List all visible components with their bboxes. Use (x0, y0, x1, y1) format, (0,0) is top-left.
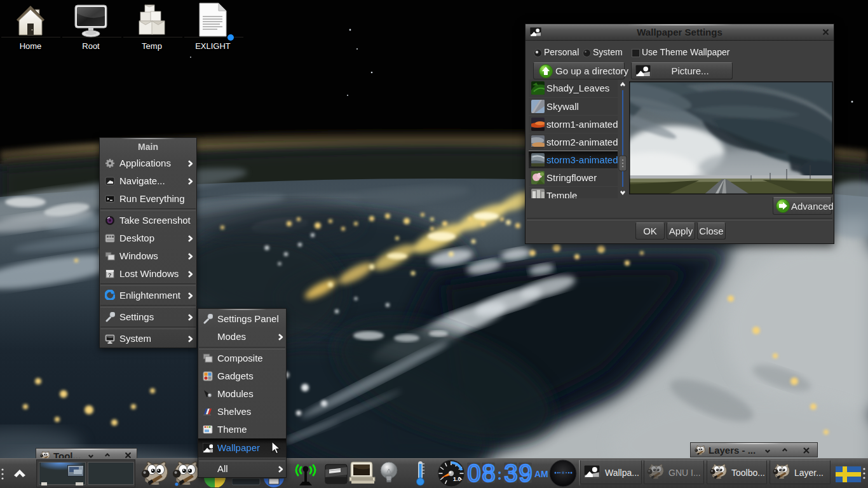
svg-text:?: ? (108, 272, 112, 278)
svg-text:1.0: 1.0 (453, 476, 461, 482)
svg-text:9: 9 (519, 460, 532, 487)
svg-text:AM: AM (534, 469, 548, 479)
svg-text:0: 0 (467, 460, 480, 487)
svg-text:8: 8 (482, 460, 495, 487)
svg-text:3: 3 (504, 460, 517, 487)
